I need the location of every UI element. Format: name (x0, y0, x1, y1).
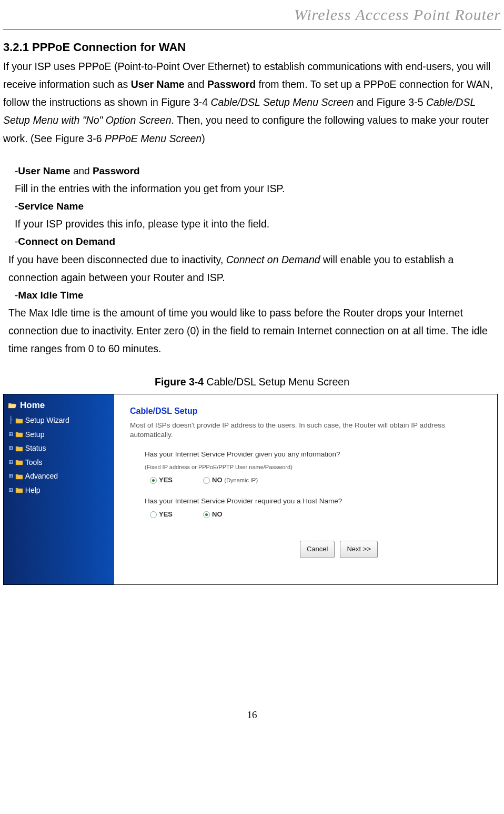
section-intro: If your ISP uses PPPoE (Point-to-Point O… (3, 57, 501, 147)
intro-italic-fig34: Cable/DSL Setup Menu Screen (211, 96, 354, 108)
list-item-3-text-a: If you have been disconnected due to ina… (8, 254, 226, 265)
next-button[interactable]: Next >> (340, 541, 378, 558)
panel-description: Most of ISPs doesn't provide IP address … (130, 421, 485, 440)
tree-expand-icon: ⊞ (9, 429, 13, 441)
list-item-4-bold: Max Idle Time (18, 290, 83, 301)
radio-icon (203, 477, 210, 484)
sidebar-item-label: Setup Wizard (25, 414, 69, 427)
question-2-radios: YES NO (150, 509, 485, 521)
panel-title: Cable/DSL Setup (130, 404, 485, 419)
folder-open-icon (8, 402, 17, 409)
radio-q1-no[interactable]: NO (Dynamic IP) (203, 474, 258, 487)
list-item-3-head: -Connect on Demand (15, 233, 501, 250)
folder-icon (15, 487, 23, 493)
radio-label: NO (212, 474, 223, 487)
list-item-4-body: The Max Idle time is the amount of time … (8, 304, 501, 358)
list-item-3-bold: Connect on Demand (18, 236, 115, 247)
folder-icon (15, 431, 23, 438)
figure-screenshot: Home ├ Setup Wizard ⊞ Setup ⊞ Status ⊞ T… (3, 394, 498, 585)
question-1-subnote: (Fixed IP address or PPPoE/PPTP User nam… (145, 462, 485, 472)
sidebar-item-advanced[interactable]: ⊞ Advanced (8, 470, 114, 484)
intro-text-4: and Figure 3-5 (354, 96, 426, 108)
radio-subtext: (Dynamic IP) (225, 475, 258, 485)
section-heading: 3.2.1 PPPoE Connection for WAN (3, 37, 501, 58)
intro-italic-fig36: PPPoE Menu Screen (105, 133, 201, 144)
intro-text-2: and (185, 78, 207, 90)
list-item-2-head: -Service Name (15, 197, 501, 215)
radio-icon (203, 511, 210, 518)
setup-panel: Cable/DSL Setup Most of ISPs doesn't pro… (114, 394, 497, 584)
list-item-1-bold2: Password (93, 165, 140, 176)
radio-label: YES (159, 474, 173, 487)
folder-icon (15, 418, 23, 424)
radio-icon (150, 511, 157, 518)
list-item-1-body: Fill in the entries with the information… (15, 180, 501, 197)
sidebar-item-label: Help (25, 484, 41, 497)
radio-q2-yes[interactable]: YES (150, 509, 173, 521)
intro-bold-password: Password (207, 78, 256, 90)
list-item-1-bold1: User Name (18, 165, 70, 176)
question-1: Has your Internet Service Provider given… (145, 448, 485, 461)
tree-expand-icon: ⊞ (9, 470, 13, 482)
tree-expand-icon: ⊞ (9, 484, 13, 497)
sidebar-item-label: Tools (25, 456, 43, 469)
page-header: Wireless Acccess Point Router (3, 1, 501, 29)
sidebar-item-label: Advanced (25, 470, 58, 483)
sidebar-item-status[interactable]: ⊞ Status (8, 442, 114, 456)
question-2: Has your Internet Service Provider requi… (145, 495, 485, 508)
tree-branch-icon: ├ (9, 414, 13, 426)
page-number: 16 (3, 706, 501, 723)
list-item-3-body: If you have been disconnected due to ina… (8, 251, 501, 286)
sidebar-item-setup-wizard[interactable]: ├ Setup Wizard (8, 414, 114, 428)
intro-text-6: ) (201, 133, 205, 144)
list-item-3-italic: Connect on Demand (226, 254, 320, 265)
sidebar-item-setup[interactable]: ⊞ Setup (8, 428, 114, 442)
list-item-2-body: If your ISP provides this info, please t… (15, 215, 501, 233)
radio-label: NO (212, 509, 223, 521)
figure-caption: Figure 3-4 Cable/DSL Setup Menu Screen (3, 373, 501, 391)
button-row: Cancel Next >> (193, 541, 485, 558)
intro-bold-username: User Name (131, 78, 185, 90)
sidebar: Home ├ Setup Wizard ⊞ Setup ⊞ Status ⊞ T… (4, 394, 114, 584)
list-item-4-head: -Max Idle Time (15, 286, 501, 304)
sidebar-home[interactable]: Home (8, 398, 114, 414)
radio-label: YES (159, 509, 173, 521)
list-item-1-mid: and (70, 165, 93, 176)
radio-icon (150, 477, 157, 484)
question-1-radios: YES NO (Dynamic IP) (150, 474, 485, 487)
sidebar-item-tools[interactable]: ⊞ Tools (8, 456, 114, 470)
folder-icon (15, 459, 23, 465)
folder-icon (15, 473, 23, 480)
figure-caption-bold: Figure 3-4 (155, 376, 204, 388)
figure-caption-rest: Cable/DSL Setup Menu Screen (204, 376, 349, 388)
radio-q1-yes[interactable]: YES (150, 474, 173, 487)
tree-expand-icon: ⊞ (9, 456, 13, 469)
folder-icon (15, 445, 23, 452)
sidebar-item-label: Setup (25, 428, 45, 441)
cancel-button[interactable]: Cancel (300, 541, 335, 558)
radio-q2-no[interactable]: NO (203, 509, 223, 521)
sidebar-item-label: Status (25, 442, 46, 455)
sidebar-home-label: Home (20, 398, 45, 413)
sidebar-item-help[interactable]: ⊞ Help (8, 484, 114, 498)
tree-expand-icon: ⊞ (9, 442, 13, 454)
list-item-2-bold: Service Name (18, 201, 84, 212)
list-item-1-head: -User Name and Password (15, 162, 501, 180)
